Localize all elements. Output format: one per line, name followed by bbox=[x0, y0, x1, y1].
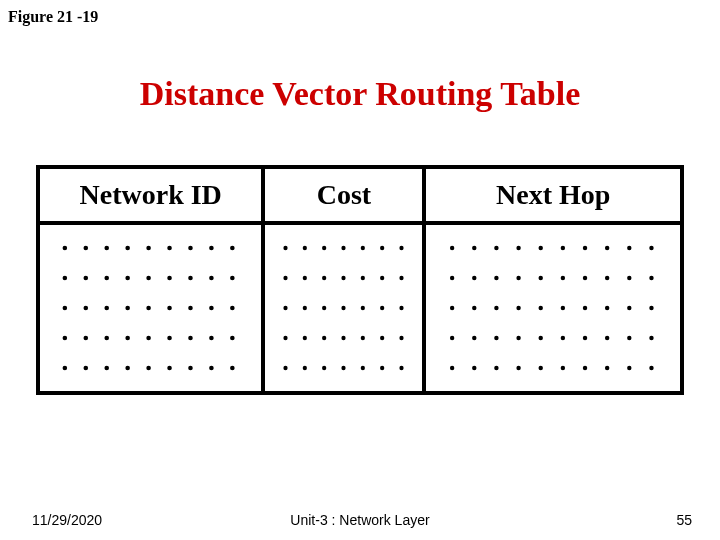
svg-point-113 bbox=[517, 336, 521, 340]
svg-point-22 bbox=[146, 306, 151, 310]
svg-point-69 bbox=[342, 336, 346, 340]
svg-point-90 bbox=[450, 276, 454, 280]
svg-point-18 bbox=[63, 306, 68, 310]
svg-point-89 bbox=[650, 246, 654, 250]
svg-point-104 bbox=[539, 306, 543, 310]
svg-point-65 bbox=[400, 306, 404, 310]
svg-point-128 bbox=[627, 366, 631, 370]
svg-point-10 bbox=[83, 276, 88, 280]
svg-point-49 bbox=[361, 246, 365, 250]
svg-point-12 bbox=[125, 276, 130, 280]
th-network-id: Network ID bbox=[38, 167, 263, 223]
svg-point-41 bbox=[167, 366, 172, 370]
placeholder-dots bbox=[46, 233, 255, 383]
svg-point-62 bbox=[342, 306, 346, 310]
svg-point-38 bbox=[104, 366, 109, 370]
svg-point-88 bbox=[627, 246, 631, 250]
svg-point-78 bbox=[380, 366, 384, 370]
svg-point-59 bbox=[284, 306, 288, 310]
svg-point-6 bbox=[188, 246, 193, 250]
svg-point-32 bbox=[167, 336, 172, 340]
svg-point-3 bbox=[125, 246, 130, 250]
svg-point-20 bbox=[104, 306, 109, 310]
svg-point-102 bbox=[495, 306, 499, 310]
svg-point-120 bbox=[450, 366, 454, 370]
svg-point-76 bbox=[342, 366, 346, 370]
svg-point-23 bbox=[167, 306, 172, 310]
svg-point-126 bbox=[583, 366, 587, 370]
svg-point-70 bbox=[361, 336, 365, 340]
svg-point-57 bbox=[380, 276, 384, 280]
svg-point-101 bbox=[472, 306, 476, 310]
svg-point-7 bbox=[209, 246, 214, 250]
svg-point-27 bbox=[63, 336, 68, 340]
routing-table-wrap: Network ID Cost Next Hop bbox=[36, 165, 684, 395]
svg-point-53 bbox=[303, 276, 307, 280]
svg-point-66 bbox=[284, 336, 288, 340]
svg-point-42 bbox=[188, 366, 193, 370]
svg-point-85 bbox=[561, 246, 565, 250]
footer-unit: Unit-3 : Network Layer bbox=[0, 512, 720, 528]
svg-point-28 bbox=[83, 336, 88, 340]
svg-point-56 bbox=[361, 276, 365, 280]
svg-point-60 bbox=[303, 306, 307, 310]
svg-point-77 bbox=[361, 366, 365, 370]
svg-point-98 bbox=[627, 276, 631, 280]
svg-point-43 bbox=[209, 366, 214, 370]
cell-next-hop bbox=[424, 223, 682, 393]
svg-point-30 bbox=[125, 336, 130, 340]
svg-point-63 bbox=[361, 306, 365, 310]
svg-point-121 bbox=[472, 366, 476, 370]
svg-point-100 bbox=[450, 306, 454, 310]
svg-point-111 bbox=[472, 336, 476, 340]
page-title: Distance Vector Routing Table bbox=[0, 75, 720, 113]
svg-point-129 bbox=[650, 366, 654, 370]
svg-point-91 bbox=[472, 276, 476, 280]
svg-point-92 bbox=[495, 276, 499, 280]
svg-point-31 bbox=[146, 336, 151, 340]
svg-point-73 bbox=[284, 366, 288, 370]
svg-point-45 bbox=[284, 246, 288, 250]
svg-point-125 bbox=[561, 366, 565, 370]
svg-point-64 bbox=[380, 306, 384, 310]
svg-point-124 bbox=[539, 366, 543, 370]
svg-point-71 bbox=[380, 336, 384, 340]
svg-point-26 bbox=[230, 306, 235, 310]
svg-point-40 bbox=[146, 366, 151, 370]
svg-point-123 bbox=[517, 366, 521, 370]
svg-point-107 bbox=[605, 306, 609, 310]
footer-page-number: 55 bbox=[676, 512, 692, 528]
svg-point-0 bbox=[63, 246, 68, 250]
cell-cost bbox=[263, 223, 424, 393]
svg-point-2 bbox=[104, 246, 109, 250]
svg-point-24 bbox=[188, 306, 193, 310]
svg-point-4 bbox=[146, 246, 151, 250]
svg-point-114 bbox=[539, 336, 543, 340]
svg-point-68 bbox=[322, 336, 326, 340]
svg-point-86 bbox=[583, 246, 587, 250]
svg-point-8 bbox=[230, 246, 235, 250]
th-next-hop: Next Hop bbox=[424, 167, 682, 223]
svg-point-1 bbox=[83, 246, 88, 250]
svg-point-74 bbox=[303, 366, 307, 370]
svg-point-103 bbox=[517, 306, 521, 310]
cell-network-id bbox=[38, 223, 263, 393]
svg-point-80 bbox=[450, 246, 454, 250]
svg-point-105 bbox=[561, 306, 565, 310]
svg-point-61 bbox=[322, 306, 326, 310]
svg-point-13 bbox=[146, 276, 151, 280]
svg-point-51 bbox=[400, 246, 404, 250]
svg-point-15 bbox=[188, 276, 193, 280]
placeholder-dots bbox=[271, 233, 416, 383]
svg-point-47 bbox=[322, 246, 326, 250]
svg-point-67 bbox=[303, 336, 307, 340]
svg-point-97 bbox=[605, 276, 609, 280]
svg-point-112 bbox=[495, 336, 499, 340]
svg-point-50 bbox=[380, 246, 384, 250]
svg-point-9 bbox=[63, 276, 68, 280]
svg-point-127 bbox=[605, 366, 609, 370]
placeholder-dots bbox=[432, 233, 674, 383]
svg-point-5 bbox=[167, 246, 172, 250]
svg-point-79 bbox=[400, 366, 404, 370]
svg-point-99 bbox=[650, 276, 654, 280]
